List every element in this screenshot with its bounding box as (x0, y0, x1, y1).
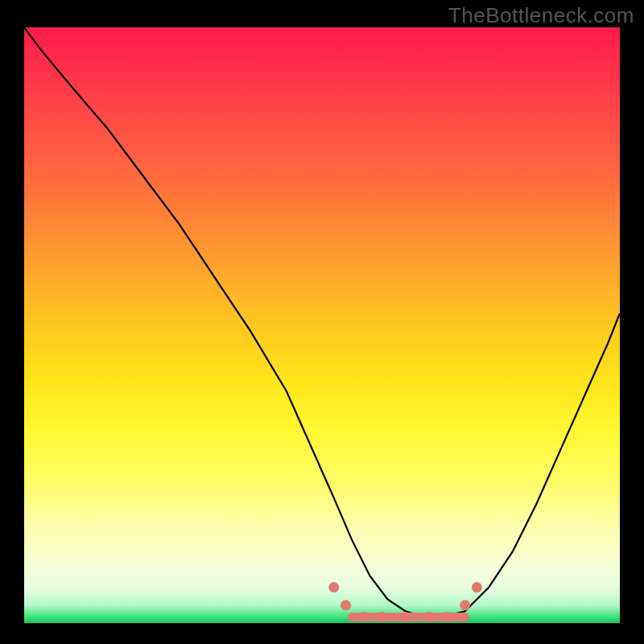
valley-marker (424, 612, 435, 622)
valley-marker (377, 612, 387, 622)
outer-frame: TheBottleneck.com (0, 0, 644, 644)
valley-marker (328, 582, 339, 592)
valley-marker (472, 582, 482, 592)
chart-svg (0, 0, 644, 644)
valley-marker (400, 612, 411, 622)
bottleneck-curve (24, 27, 620, 617)
valley-marker (460, 600, 470, 610)
valley-marker (442, 612, 452, 622)
valley-marker (358, 612, 369, 622)
valley-marker (341, 600, 351, 610)
watermark-text: TheBottleneck.com (448, 3, 634, 28)
